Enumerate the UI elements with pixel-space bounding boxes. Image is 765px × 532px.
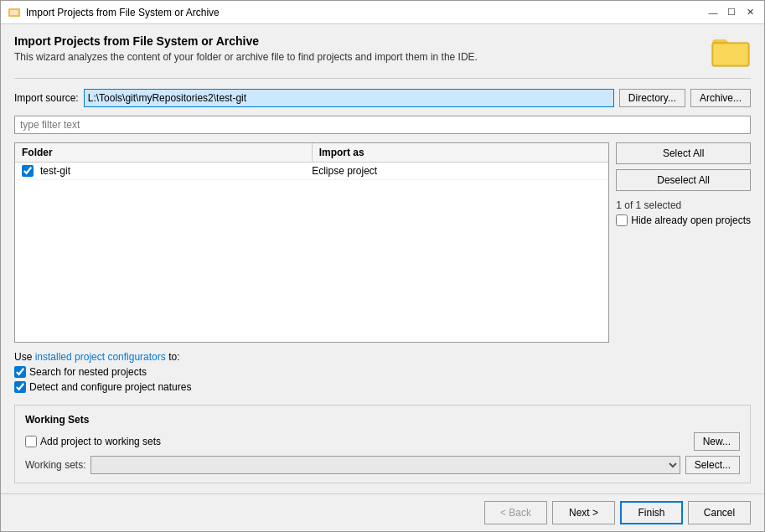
add-working-sets-checkbox[interactable] [25,436,37,447]
options-outro: to: [168,351,179,363]
header-text: Import Projects from File System or Arch… [14,34,478,63]
directory-button[interactable]: Directory... [619,89,685,107]
svg-rect-4 [714,44,747,65]
close-button[interactable]: ✕ [742,5,757,20]
table-header: Folder Import as [15,143,608,163]
title-bar-controls: — ☐ ✕ [706,5,757,20]
dialog-description: This wizard analyzes the content of your… [14,51,478,63]
title-bar: Import Projects from File System or Arch… [1,1,764,24]
search-nested-checkbox[interactable] [14,366,26,378]
search-nested-label: Search for nested projects [29,366,147,378]
add-working-sets-label: Add project to working sets [40,436,161,447]
new-working-set-button[interactable]: New... [694,432,740,451]
title-bar-text: Import Projects from File System or Arch… [26,7,706,18]
table-body: test-git Eclipse project [15,163,608,342]
working-sets-title: Working Sets [25,414,740,426]
separator [14,78,751,79]
table-cell-folder: test-git [22,165,312,177]
filter-row [14,116,751,134]
dialog-title: Import Projects from File System or Arch… [14,34,478,48]
back-button[interactable]: < Back [484,501,547,524]
table-row[interactable]: test-git Eclipse project [15,163,608,180]
select-all-button[interactable]: Select All [616,142,751,164]
working-sets-section: Working Sets Add project to working sets… [14,405,751,483]
detect-natures-label: Detect and configure project natures [29,381,191,393]
folder-name: test-git [40,165,70,177]
add-working-sets-left: Add project to working sets [25,436,161,447]
svg-rect-1 [10,10,18,15]
hide-row: Hide already open projects [616,214,751,226]
filter-input[interactable] [14,116,751,134]
import-source-label: Import source: [14,92,79,104]
working-sets-dropdown[interactable] [90,456,680,474]
project-table: Folder Import as test-git Eclipse projec… [14,142,609,343]
main-window: Import Projects from File System or Arch… [0,0,765,532]
selection-info: 1 of 1 selected [616,199,751,211]
column-import-as: Import as [313,143,609,162]
main-area: Folder Import as test-git Eclipse projec… [14,142,751,343]
hide-open-checkbox[interactable] [616,214,628,226]
row-checkbox[interactable] [22,165,34,177]
import-source-row: Import source: Directory... Archive... [14,89,751,107]
bottom-bar: < Back Next > Finish Cancel [1,493,764,531]
import-source-input[interactable] [84,89,614,107]
side-buttons: Select All Deselect All 1 of 1 selected … [616,142,751,343]
maximize-button[interactable]: ☐ [724,5,739,20]
search-nested-row: Search for nested projects [14,366,751,378]
working-sets-row2: Working sets: Select... [25,456,740,474]
hide-open-label: Hide already open projects [631,214,751,226]
options-intro-row: Use installed project configurators to: [14,351,751,363]
detect-natures-row: Detect and configure project natures [14,381,751,393]
archive-button[interactable]: Archive... [690,89,751,107]
working-sets-label: Working sets: [25,459,85,471]
detect-natures-checkbox[interactable] [14,381,26,393]
column-folder: Folder [15,143,313,162]
dialog-content: Import Projects from File System or Arch… [1,24,764,493]
minimize-button[interactable]: — [706,5,721,20]
next-button[interactable]: Next > [552,501,615,524]
configurators-link[interactable]: installed project configurators [35,351,166,363]
header-section: Import Projects from File System or Arch… [14,34,751,68]
cancel-button[interactable]: Cancel [688,501,751,524]
finish-button[interactable]: Finish [620,501,683,524]
options-section: Use installed project configurators to: … [14,351,751,393]
folder-icon [711,34,751,68]
window-icon [8,6,21,19]
table-cell-import: Eclipse project [312,165,602,177]
working-sets-row1: Add project to working sets New... [25,432,740,451]
deselect-all-button[interactable]: Deselect All [616,169,751,191]
options-intro: Use [14,351,32,363]
select-working-set-button[interactable]: Select... [685,456,740,474]
